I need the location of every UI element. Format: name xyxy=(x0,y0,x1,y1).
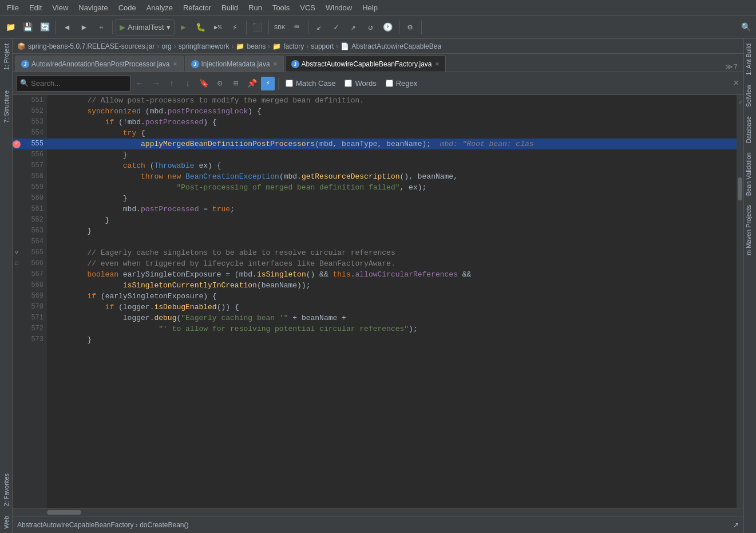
run-button[interactable]: ▶ xyxy=(176,19,192,35)
run-config-selector[interactable]: ▶ AnimalTest ▾ xyxy=(116,19,175,35)
tab-close-abstract-factory[interactable]: × xyxy=(436,60,440,68)
code-y-570: isDebugEnabled xyxy=(154,302,216,313)
code-w-553: ) { xyxy=(203,117,216,128)
search-close-button[interactable]: × xyxy=(733,78,739,89)
code-editor[interactable]: // Allow post-processors to modify the m… xyxy=(47,95,737,508)
menu-window[interactable]: Window xyxy=(321,2,357,13)
regex-checkbox[interactable] xyxy=(386,80,393,87)
menu-view[interactable]: View xyxy=(48,2,73,13)
menu-help[interactable]: Help xyxy=(358,2,382,13)
stop-button[interactable]: ⬛ xyxy=(250,19,266,35)
code-y-571: debug xyxy=(154,313,176,323)
code-b-557: Throwable xyxy=(154,160,194,171)
sidebar-item-web[interactable]: Web xyxy=(2,511,11,533)
menu-navigate[interactable]: Navigate xyxy=(74,2,112,13)
sidebar-item-favorites[interactable]: 2: Favorites xyxy=(2,469,11,511)
code-kw-555: applyMergedBeanDefinitionPostProcessors xyxy=(52,139,315,149)
tabs-overflow-button[interactable]: ≫7 xyxy=(722,62,741,72)
breadcrumb-classfile[interactable]: AbstractAutowireCapableBea xyxy=(351,42,441,50)
right-panel-sci-view[interactable]: SciView xyxy=(744,80,756,112)
scrollbar-thumb[interactable] xyxy=(738,177,742,200)
git-push-button[interactable]: ↗ xyxy=(346,19,362,35)
back-button[interactable]: ◀ xyxy=(59,19,75,35)
git-commit-button[interactable]: ✓ xyxy=(328,19,345,35)
right-panel-bean-validation[interactable]: Bean Validation xyxy=(744,148,756,200)
vertical-scrollbar[interactable]: ✓ xyxy=(737,95,743,508)
tab-abstract-factory[interactable]: J AbstractAutowireCapableBeanFactory.jav… xyxy=(285,56,446,72)
search-prev-button[interactable]: ← xyxy=(133,77,147,90)
breadcrumb-jar[interactable]: spring-beans-5.0.7.RELEASE-sources.jar xyxy=(28,42,155,50)
code-i-555: mbd: "Root bean: clas xyxy=(440,139,534,149)
h-scrollbar-thumb[interactable] xyxy=(47,510,81,515)
git-rollback-button[interactable]: ↺ xyxy=(363,19,379,35)
right-panel-ant-build[interactable]: 1: Ant Build xyxy=(744,39,756,80)
code-line-564 xyxy=(47,236,737,247)
menu-code[interactable]: Code xyxy=(114,2,141,13)
gutter-570 xyxy=(13,302,21,313)
code-line-556: } xyxy=(47,149,737,160)
horizontal-scrollbar[interactable] xyxy=(13,508,743,516)
debug-button[interactable]: 🐛 xyxy=(193,19,209,35)
breadcrumb-springframework[interactable]: springframework xyxy=(179,42,229,50)
search-bookmark-button[interactable]: 🔖 xyxy=(197,77,211,90)
breadcrumb-sep-5: › xyxy=(306,42,308,50)
search-down-button[interactable]: ↓ xyxy=(181,77,195,90)
sidebar-item-structure[interactable]: 7: Structure xyxy=(2,86,11,128)
menu-build[interactable]: Build xyxy=(217,2,243,13)
search-option-words[interactable]: Words xyxy=(341,78,379,89)
menu-tools[interactable]: Tools xyxy=(268,2,294,13)
menu-file[interactable]: File xyxy=(2,2,23,13)
breadcrumb-org[interactable]: org xyxy=(161,42,171,50)
tab-injection[interactable]: J InjectionMetadata.java × xyxy=(185,56,284,72)
code-c-573: } xyxy=(52,334,92,345)
linenum-563: 563 xyxy=(21,226,47,236)
breadcrumb-factory[interactable]: factory xyxy=(283,42,304,50)
breakpoint-check-icon: ✓ xyxy=(15,139,18,149)
sync-button[interactable]: 🔄 xyxy=(37,19,53,35)
words-checkbox[interactable] xyxy=(345,80,352,87)
search-input[interactable] xyxy=(31,79,122,88)
sdk-button[interactable]: SDK xyxy=(272,19,288,35)
menu-analyze[interactable]: Analyze xyxy=(142,2,177,13)
sidebar-item-project[interactable]: 1: Project xyxy=(2,39,11,74)
words-label: Words xyxy=(355,79,376,88)
code-p-552: postProcessingLock xyxy=(168,106,248,117)
terminal-button[interactable]: ⌨ xyxy=(289,19,305,35)
menu-edit[interactable]: Edit xyxy=(25,2,46,13)
match-case-checkbox[interactable] xyxy=(286,80,293,87)
tab-autowired[interactable]: J AutowiredAnnotationBeanPostProcessor.j… xyxy=(15,56,184,72)
search-filter-button[interactable]: ⚡ xyxy=(261,77,275,90)
search-pin-button[interactable]: 📌 xyxy=(245,77,259,90)
settings-button[interactable]: ⚙ xyxy=(402,19,418,35)
save-button[interactable]: 💾 xyxy=(19,19,35,35)
menu-refactor[interactable]: Refactor xyxy=(179,2,216,13)
coverage-button[interactable]: ▶% xyxy=(210,19,226,35)
right-panel-database[interactable]: Database xyxy=(744,112,756,148)
profile-button[interactable]: ⚡ xyxy=(227,19,243,35)
linenum-557: 557 xyxy=(21,160,47,171)
tab-close-injection[interactable]: × xyxy=(274,60,278,68)
tab-close-autowired[interactable]: × xyxy=(173,60,177,68)
breadcrumb-beans[interactable]: beans xyxy=(247,42,266,50)
search-option-regex[interactable]: Regex xyxy=(382,78,421,89)
open-file-button[interactable]: 📁 xyxy=(2,19,18,35)
gutter-557 xyxy=(13,160,21,171)
search-multiline-button[interactable]: ⊞ xyxy=(229,77,243,90)
gutter-555: ✓ xyxy=(13,139,21,149)
breadcrumb-support[interactable]: support xyxy=(311,42,334,50)
forward-button[interactable]: ▶ xyxy=(76,19,92,35)
line-573: 573 xyxy=(13,334,47,345)
menu-run[interactable]: Run xyxy=(244,2,267,13)
code-content-551: // Allow post-processors to modify the m… xyxy=(52,95,364,106)
search-next-button[interactable]: → xyxy=(149,77,163,90)
code-line-552: synchronized (mbd.postProcessingLock) { xyxy=(47,106,737,117)
diff-button[interactable]: ⇔ xyxy=(93,19,109,35)
git-history-button[interactable]: 🕐 xyxy=(380,19,396,35)
menu-vcs[interactable]: VCS xyxy=(295,2,320,13)
search-settings-button[interactable]: ⚙ xyxy=(213,77,227,90)
search-everywhere-button[interactable]: 🔍 xyxy=(738,19,754,35)
search-up-button[interactable]: ↑ xyxy=(165,77,179,90)
right-panel-maven[interactable]: m Maven Projects xyxy=(744,200,756,260)
search-option-match-case[interactable]: Match Case xyxy=(282,78,339,89)
git-update-button[interactable]: ↙ xyxy=(311,19,327,35)
